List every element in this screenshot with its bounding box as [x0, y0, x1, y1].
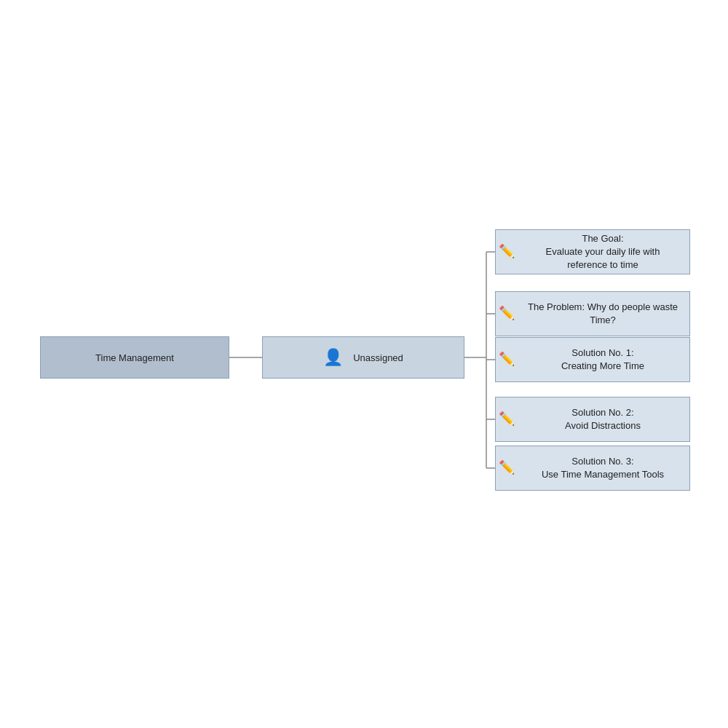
diagram-container: Time Management 👤 Unassigned ✏️ The Goal… [0, 0, 728, 728]
pencil-icon-5: ✏️ [499, 459, 515, 477]
pencil-icon-4: ✏️ [499, 410, 515, 428]
time-management-node[interactable]: Time Management [40, 336, 229, 379]
unassigned-label: Unassigned [353, 352, 403, 363]
leaf-4-label: Solution No. 2:Avoid Distractions [565, 406, 641, 432]
pencil-icon-1: ✏️ [499, 242, 515, 261]
time-management-label: Time Management [95, 352, 174, 363]
leaf-node-2[interactable]: ✏️ The Problem: Why do people waste Time… [495, 291, 690, 336]
pencil-icon-2: ✏️ [499, 304, 515, 323]
leaf-5-label: Solution No. 3:Use Time Management Tools [542, 455, 664, 481]
leaf-3-label: Solution No. 1:Creating More Time [561, 347, 644, 373]
leaf-node-4[interactable]: ✏️ Solution No. 2:Avoid Distractions [495, 397, 690, 442]
leaf-node-1[interactable]: ✏️ The Goal:Evaluate your daily life wit… [495, 229, 690, 274]
leaf-node-3[interactable]: ✏️ Solution No. 1:Creating More Time [495, 337, 690, 382]
leaf-2-label: The Problem: Why do people waste Time? [522, 301, 684, 327]
leaf-1-label: The Goal:Evaluate your daily life withre… [546, 232, 660, 272]
leaf-node-5[interactable]: ✏️ Solution No. 3:Use Time Management To… [495, 446, 690, 491]
pencil-icon-3: ✏️ [499, 350, 515, 368]
unassigned-node[interactable]: 👤 Unassigned [262, 336, 464, 379]
person-icon: 👤 [323, 348, 343, 367]
